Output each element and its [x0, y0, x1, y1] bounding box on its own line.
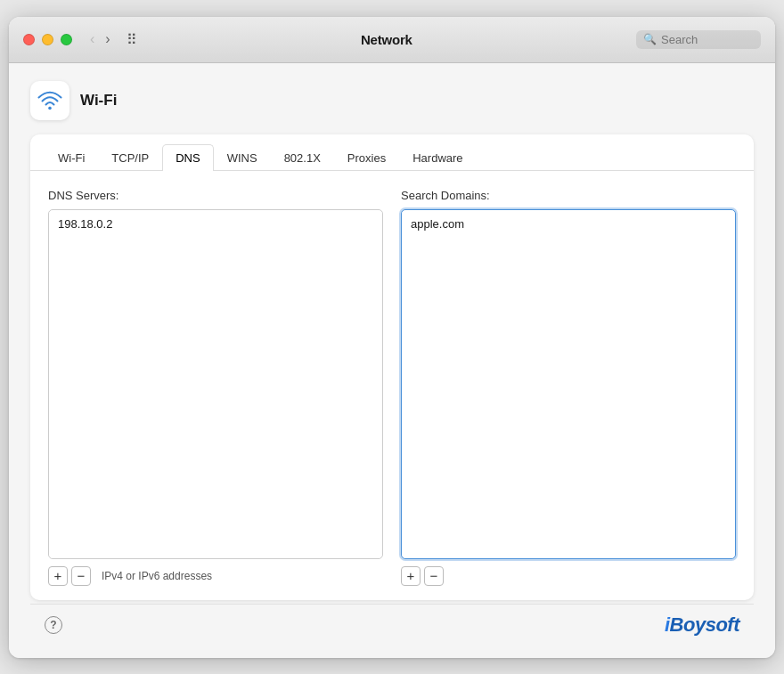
tab-dns[interactable]: DNS [162, 144, 213, 171]
wifi-header: Wi-Fi [30, 81, 754, 120]
close-button[interactable] [23, 34, 35, 45]
dns-servers-label: DNS Servers: [48, 189, 383, 202]
wifi-icon-container [30, 81, 69, 120]
dns-servers-list[interactable]: 198.18.0.2 [48, 209, 383, 559]
remove-search-domain-button[interactable]: − [424, 566, 444, 586]
minimize-button[interactable] [42, 34, 53, 45]
search-domains-list[interactable]: apple.com [401, 209, 736, 559]
dns-servers-col: DNS Servers: 198.18.0.2 + − IPv4 or IPv6… [48, 189, 383, 586]
svg-point-0 [48, 106, 52, 110]
network-window: ‹ › ⠿ Network 🔍 Wi-Fi [9, 17, 775, 658]
main-content: Wi-Fi Wi-Fi TCP/IP DNS WINS 802.1X Proxi… [9, 63, 775, 658]
search-input[interactable] [661, 33, 754, 46]
back-button[interactable]: ‹ [86, 29, 98, 49]
search-box[interactable]: 🔍 [636, 30, 761, 49]
maximize-button[interactable] [61, 34, 72, 45]
bottom-bar: ? iBoysoft [30, 604, 754, 644]
search-domain-item[interactable]: apple.com [407, 215, 730, 232]
window-title: Network [137, 32, 636, 47]
dns-content: DNS Servers: 198.18.0.2 + − IPv4 or IPv6… [30, 171, 754, 600]
tab-8021x[interactable]: 802.1X [271, 144, 334, 171]
search-domains-controls: + − [401, 566, 736, 586]
remove-dns-server-button[interactable]: − [71, 566, 91, 586]
add-dns-server-button[interactable]: + [48, 566, 68, 586]
wifi-name-label: Wi-Fi [80, 92, 117, 110]
iboysoft-logo: iBoysoft [665, 613, 739, 637]
search-domains-col: Search Domains: apple.com + − [401, 189, 736, 586]
forward-button[interactable]: › [102, 29, 113, 49]
fields-row: DNS Servers: 198.18.0.2 + − IPv4 or IPv6… [48, 189, 736, 586]
dns-servers-controls: + − IPv4 or IPv6 addresses [48, 566, 383, 586]
tab-wifi[interactable]: Wi-Fi [45, 144, 98, 171]
traffic-lights [23, 34, 72, 45]
search-icon: 🔍 [643, 33, 657, 45]
grid-icon[interactable]: ⠿ [127, 31, 137, 48]
tab-hardware[interactable]: Hardware [399, 144, 476, 171]
settings-panel: Wi-Fi TCP/IP DNS WINS 802.1X Proxies Har… [30, 134, 754, 600]
dns-hint-text: IPv4 or IPv6 addresses [102, 570, 212, 582]
add-search-domain-button[interactable]: + [401, 566, 421, 586]
search-domains-label: Search Domains: [401, 189, 736, 202]
tab-wins[interactable]: WINS [214, 144, 271, 171]
tab-proxies[interactable]: Proxies [334, 144, 399, 171]
tab-tcpip[interactable]: TCP/IP [98, 144, 162, 171]
wifi-icon [37, 90, 63, 111]
dns-server-item[interactable]: 198.18.0.2 [54, 215, 377, 232]
help-button[interactable]: ? [45, 616, 62, 634]
logo-text: Boysoft [670, 613, 739, 636]
tabs-bar: Wi-Fi TCP/IP DNS WINS 802.1X Proxies Har… [30, 134, 754, 171]
titlebar: ‹ › ⠿ Network 🔍 [9, 17, 775, 63]
nav-arrows: ‹ › [86, 29, 114, 49]
